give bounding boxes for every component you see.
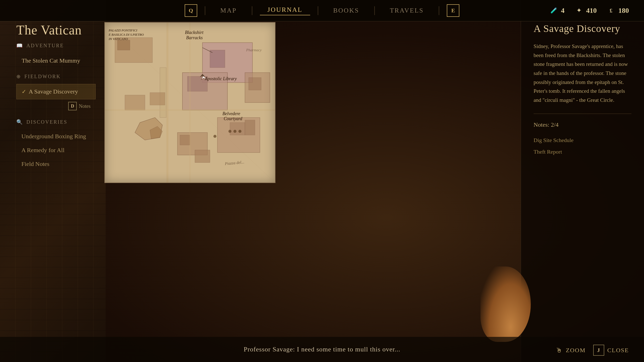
nav-books[interactable]: BOOKS — [326, 7, 367, 14]
hand-overlay — [480, 266, 531, 342]
star-stat: ✦ 410 — [575, 6, 597, 15]
discoveries-icon: 🔍 — [16, 119, 23, 125]
svg-text:E BASILICA DI S.PIETRO: E BASILICA DI S.PIETRO — [108, 33, 144, 36]
svg-rect-17 — [249, 78, 261, 90]
nav-key-q[interactable]: Q — [185, 4, 197, 17]
svg-text:Blackshirt: Blackshirt — [185, 30, 204, 35]
nav-divider-2 — [252, 6, 252, 15]
coin-value: 180 — [618, 7, 629, 15]
discovery-boxing-ring[interactable]: Underground Boxing Ring — [16, 129, 96, 143]
discovery-field-notes[interactable]: Field Notes — [16, 157, 96, 171]
detail-divider — [534, 114, 631, 114]
star-value: 410 — [586, 7, 597, 15]
health-value: 4 — [561, 7, 565, 15]
svg-rect-15 — [245, 120, 255, 135]
map-svg: PALAZZI PONTIFICI E BASILICA DI S.PIETRO… — [105, 23, 275, 183]
nav-divider-right — [439, 6, 439, 15]
nav-divider-4 — [374, 6, 375, 15]
svg-rect-14 — [230, 123, 245, 135]
svg-rect-20 — [150, 93, 165, 105]
nav-travels[interactable]: TRAVELS — [382, 7, 431, 14]
discoveries-label: DISCOVERIES — [26, 119, 67, 125]
note-dig-site[interactable]: Dig Site Schedule — [534, 134, 631, 146]
detail-description: Sidney, Professor Savage's apprentice, h… — [534, 42, 631, 105]
mouse-icon: 🖱 — [556, 346, 563, 354]
close-label: CLOSE — [607, 347, 629, 354]
star-icon: ✦ — [575, 6, 583, 15]
nav-divider-left — [205, 6, 205, 15]
coin-icon: £ — [607, 6, 615, 15]
quest-stolen-cat-label: The Stolen Cat Mummy — [22, 57, 80, 64]
discoveries-header: 🔍 DISCOVERIES — [16, 119, 96, 125]
svg-rect-5 — [117, 40, 130, 50]
notes-label: Notes — [79, 103, 91, 109]
svg-text:Pharmacy: Pharmacy — [246, 48, 262, 52]
notes-key-btn[interactable]: D — [68, 102, 77, 110]
nav-stats: 🧪 4 ✦ 410 £ 180 — [549, 6, 629, 15]
checkmark-icon: ✓ — [22, 88, 26, 95]
right-panel: A Savage Discovery Sidney, Professor Sav… — [521, 0, 644, 362]
bottom-bar: Professor Savage: I need some time to mu… — [0, 337, 644, 362]
svg-point-25 — [233, 130, 236, 133]
nav-map[interactable]: MAP — [213, 7, 244, 14]
detail-title: A Savage Discovery — [534, 23, 631, 34]
bottom-controls: 🖱 ZOOM J CLOSE — [556, 345, 629, 356]
svg-text:PALAZZI PONTIFICI: PALAZZI PONTIFICI — [108, 28, 137, 32]
svg-point-24 — [228, 130, 231, 133]
zoom-control: 🖱 ZOOM — [556, 346, 586, 354]
top-navigation: Q MAP JOURNAL BOOKS TRAVELS E 🧪 4 ✦ 410 … — [0, 0, 644, 21]
svg-point-27 — [213, 135, 216, 138]
coin-stat: £ 180 — [607, 6, 629, 15]
close-control[interactable]: J CLOSE — [593, 345, 629, 356]
health-icon: 🧪 — [549, 6, 558, 15]
fieldwork-icon: ⊕ — [16, 73, 21, 79]
zoom-label: ZOOM — [566, 347, 586, 354]
quest-stolen-cat[interactable]: The Stolen Cat Mummy — [16, 53, 96, 68]
adventure-header: 📖 ADVENTURE — [16, 42, 96, 49]
subtitle: Professor Savage: I need some time to mu… — [244, 346, 400, 353]
notes-count: Notes: 2/4 — [534, 121, 631, 128]
health-stat: 🧪 4 — [549, 6, 565, 15]
location-title: The Vatican — [16, 23, 96, 37]
quest-savage-discovery[interactable]: ✓ A Savage Discovery — [16, 84, 96, 99]
svg-text:Courtyard: Courtyard — [224, 116, 242, 121]
svg-rect-18 — [195, 150, 210, 163]
nav-divider-3 — [318, 6, 318, 15]
left-panel: The Vatican 📖 ADVENTURE The Stolen Cat M… — [0, 0, 106, 362]
adventure-label: ADVENTURE — [26, 43, 64, 49]
quest-savage-label: A Savage Discovery — [29, 88, 78, 95]
svg-point-26 — [238, 130, 242, 133]
discovery-remedy[interactable]: A Remedy for All — [16, 143, 96, 157]
note-theft-report[interactable]: Theft Report — [534, 146, 631, 158]
nav-center: Q MAP JOURNAL BOOKS TRAVELS E — [185, 4, 460, 17]
svg-text:Barracks: Barracks — [186, 35, 203, 40]
fieldwork-label: FIELDWORK — [24, 74, 61, 79]
svg-text:Belvedere: Belvedere — [222, 111, 240, 116]
svg-rect-3 — [210, 50, 225, 68]
nav-journal[interactable]: JOURNAL — [260, 6, 310, 15]
close-key[interactable]: J — [593, 345, 604, 356]
svg-rect-12 — [180, 135, 190, 145]
notes-row: D Notes — [16, 101, 96, 114]
svg-rect-19 — [125, 95, 145, 110]
fieldwork-header: ⊕ FIELDWORK — [16, 73, 96, 79]
nav-key-e[interactable]: E — [447, 4, 459, 17]
adventure-icon: 📖 — [16, 42, 23, 49]
map-area[interactable]: PALAZZI PONTIFICI E BASILICA DI S.PIETRO… — [104, 22, 275, 183]
svg-text:Apostolic Library: Apostolic Library — [205, 76, 237, 81]
svg-text:IN VATICANO: IN VATICANO — [108, 37, 128, 41]
